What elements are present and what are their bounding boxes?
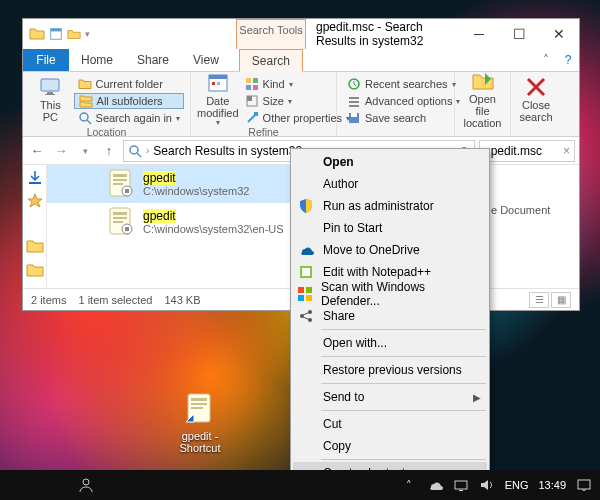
svg-line-10 — [87, 120, 91, 124]
svg-rect-47 — [298, 287, 304, 293]
svg-rect-57 — [455, 481, 467, 489]
ctx-open[interactable]: Open — [293, 151, 487, 173]
this-pc-button[interactable]: This PC — [29, 74, 72, 124]
search-again-button[interactable]: Search again in ▾ — [74, 110, 184, 126]
advanced-options-button[interactable]: Advanced options▾ — [343, 93, 464, 109]
nav-forward-button[interactable]: → — [51, 141, 71, 161]
downloads-icon[interactable] — [26, 169, 44, 187]
svg-rect-24 — [349, 101, 359, 103]
home-tab[interactable]: Home — [69, 49, 125, 71]
ctx-restore[interactable]: Restore previous versions — [293, 359, 487, 381]
nav-up-button[interactable]: ↑ — [99, 141, 119, 161]
clear-search-button[interactable]: × — [563, 144, 570, 158]
svg-rect-46 — [302, 268, 310, 276]
svg-rect-14 — [217, 82, 220, 85]
app-icon — [29, 26, 45, 42]
status-selected: 1 item selected — [78, 294, 152, 306]
maximize-button[interactable]: ☐ — [499, 19, 539, 49]
tray-up-icon[interactable]: ˄ — [401, 477, 417, 493]
tray-clock[interactable]: 13:49 — [538, 480, 566, 491]
search-tab[interactable]: Search — [239, 49, 303, 72]
ctx-cut[interactable]: Cut — [293, 413, 487, 435]
svg-rect-41 — [113, 217, 127, 219]
svg-rect-1 — [191, 398, 207, 401]
svg-rect-35 — [113, 179, 127, 181]
folder-nav-icon-2[interactable] — [26, 261, 44, 279]
ctx-share[interactable]: Share — [293, 305, 487, 327]
svg-rect-3 — [191, 407, 203, 409]
save-search-button[interactable]: Save search — [343, 110, 464, 126]
view-details-button[interactable]: ☰ — [529, 292, 549, 308]
minimize-button[interactable]: ─ — [459, 19, 499, 49]
svg-rect-20 — [247, 96, 252, 101]
svg-rect-15 — [246, 78, 251, 83]
file-tab[interactable]: File — [23, 49, 69, 71]
svg-rect-49 — [298, 295, 304, 301]
view-thumbnails-button[interactable]: ▦ — [551, 292, 571, 308]
ctx-run-admin[interactable]: Run as administrator — [293, 195, 487, 217]
search-tools-contextual-tab: Search Tools — [236, 19, 306, 49]
quick-access-icon[interactable] — [26, 193, 44, 211]
taskbar[interactable]: ˄ ENG 13:49 — [0, 470, 600, 500]
ribbon: This PC Current folder All subfolders Se… — [23, 72, 579, 137]
help-button[interactable]: ? — [557, 49, 579, 71]
breadcrumb-text[interactable]: Search Results in system32 — [153, 144, 302, 158]
svg-point-53 — [308, 318, 312, 322]
svg-point-52 — [308, 310, 312, 314]
nav-recent-button[interactable]: ▾ — [75, 141, 95, 161]
nav-back-button[interactable]: ← — [27, 141, 47, 161]
close-search-button[interactable]: Close search — [517, 74, 555, 124]
svg-rect-7 — [47, 92, 53, 94]
view-tab[interactable]: View — [181, 49, 231, 71]
qat-properties-icon[interactable] — [49, 27, 63, 41]
tray-onedrive-icon[interactable] — [427, 477, 443, 493]
svg-rect-25 — [349, 105, 359, 107]
ctx-defender[interactable]: Scan with Windows Defender... — [293, 283, 487, 305]
date-modified-button[interactable]: Date modified ▾ — [197, 74, 239, 124]
tray-notifications-icon[interactable] — [576, 477, 592, 493]
svg-rect-38 — [125, 189, 129, 193]
ctx-open-with[interactable]: Open with... — [293, 332, 487, 354]
desktop-shortcut-gpedit[interactable]: gpedit - Shortcut — [170, 392, 230, 454]
svg-rect-16 — [253, 78, 258, 83]
qat-dropdown-icon[interactable]: ▾ — [85, 29, 90, 39]
tray-people-icon[interactable] — [78, 477, 94, 493]
tray-network-icon[interactable] — [453, 477, 469, 493]
open-file-location-button[interactable]: Open file location — [461, 74, 504, 124]
search-input[interactable]: gpedit.msc × — [479, 140, 575, 162]
recent-searches-button[interactable]: Recent searches▾ — [343, 76, 464, 92]
ctx-onedrive[interactable]: Move to OneDrive — [293, 239, 487, 261]
ctx-author[interactable]: Author — [293, 173, 487, 195]
svg-rect-2 — [191, 403, 207, 405]
status-item-count: 2 items — [31, 294, 66, 306]
submenu-arrow-icon: ▶ — [473, 392, 481, 403]
tray-volume-icon[interactable] — [479, 477, 495, 493]
folder-nav-icon[interactable] — [26, 237, 44, 255]
nav-pane-collapsed — [23, 165, 47, 288]
svg-rect-32 — [29, 182, 41, 184]
svg-point-30 — [130, 146, 138, 154]
msc-file-icon — [107, 207, 135, 237]
current-folder-button[interactable]: Current folder — [74, 76, 184, 92]
desktop-shortcut-label: gpedit - Shortcut — [170, 430, 230, 454]
ribbon-tabs: File Home Share View Search ˄ ? — [23, 49, 579, 72]
all-subfolders-button[interactable]: All subfolders — [74, 93, 184, 109]
svg-rect-13 — [212, 82, 215, 85]
svg-rect-44 — [125, 227, 129, 231]
ctx-pin-start[interactable]: Pin to Start — [293, 217, 487, 239]
context-menu: Open Author Run as administrator Pin to … — [290, 148, 490, 500]
close-window-button[interactable]: ✕ — [539, 19, 579, 49]
svg-rect-59 — [578, 480, 590, 489]
share-tab[interactable]: Share — [125, 49, 181, 71]
svg-point-56 — [83, 479, 89, 485]
svg-rect-23 — [349, 97, 359, 99]
svg-rect-40 — [113, 212, 127, 215]
tray-language[interactable]: ENG — [505, 479, 529, 491]
ribbon-collapse-button[interactable]: ˄ — [535, 49, 557, 71]
ctx-copy[interactable]: Copy — [293, 435, 487, 457]
ctx-send-to[interactable]: Send to▶ — [293, 386, 487, 408]
svg-line-55 — [303, 317, 309, 320]
qat-newfolder-icon[interactable] — [67, 27, 81, 41]
status-size: 143 KB — [164, 294, 200, 306]
msc-file-icon — [107, 169, 135, 199]
